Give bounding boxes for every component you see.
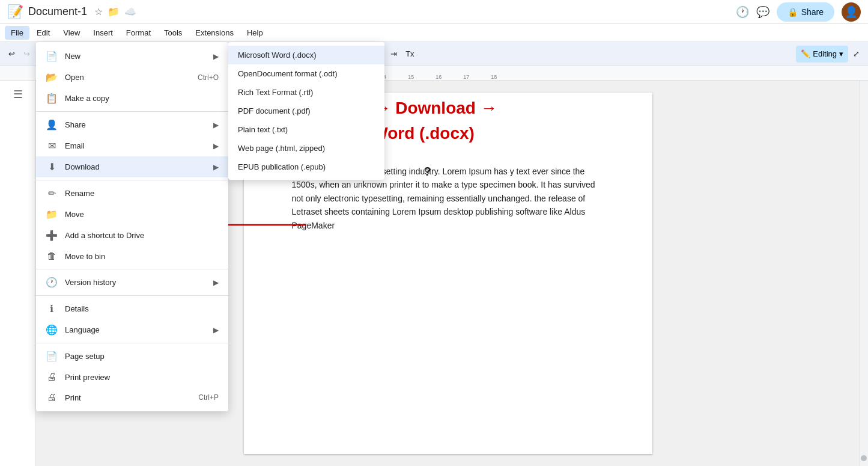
txt-label: Plain text (.txt) — [238, 125, 288, 134]
download-pdf[interactable]: PDF document (.pdf) — [228, 102, 384, 120]
html-label: Web page (.html, zipped) — [238, 144, 325, 153]
make-copy-label: Make a copy — [65, 94, 109, 103]
download-odt[interactable]: OpenDocument format (.odt) — [228, 64, 384, 83]
menu-move[interactable]: 📁 Move — [36, 204, 228, 225]
download-epub[interactable]: EPUB publication (.epub) — [228, 158, 384, 176]
menu-open[interactable]: 📂 Open Ctrl+O — [36, 67, 228, 88]
open-label: Open — [65, 73, 84, 82]
ruler-mark: 17 — [463, 74, 469, 80]
download-html[interactable]: Web page (.html, zipped) — [228, 139, 384, 158]
menu-print-preview[interactable]: 🖨 Print preview — [36, 367, 228, 387]
pencil-icon: ✏️ — [801, 49, 810, 58]
sep-4 — [36, 295, 228, 296]
rename-icon: ✏ — [46, 188, 58, 199]
chat-icon[interactable]: 💬 — [756, 5, 769, 19]
share-arrow: ▶ — [213, 121, 219, 129]
share-button[interactable]: 🔒 Share — [777, 2, 834, 22]
language-icon: 🌐 — [46, 324, 58, 336]
menu-format[interactable]: Format — [120, 26, 157, 40]
history-icon[interactable]: 🕐 — [736, 5, 749, 19]
menu-page-setup[interactable]: 📄 Page setup — [36, 346, 228, 367]
email-icon: ✉ — [46, 140, 58, 152]
email-label: Email — [65, 141, 85, 150]
sep-1 — [36, 111, 228, 112]
chevron-down-icon: ▾ — [839, 49, 843, 58]
avatar-image: 👤 — [845, 5, 858, 19]
avatar[interactable]: 👤 — [842, 2, 861, 22]
editing-mode-button[interactable]: ✏️ Editing ▾ — [796, 46, 848, 63]
move-icon: 📁 — [46, 209, 58, 220]
sep-3 — [36, 269, 228, 269]
cloud-icon[interactable]: ☁️ — [124, 6, 136, 17]
star-icon[interactable]: ☆ — [94, 6, 103, 17]
redo-button[interactable]: ↪ — [20, 47, 34, 61]
titlebar: 📝 Document-1 ☆ 📁 ☁️ 🕐 💬 🔒 Share 👤 — [0, 0, 868, 24]
open-icon: 📂 — [46, 72, 58, 83]
right-scrollbar[interactable] — [860, 81, 868, 466]
question-mark: ? — [424, 165, 431, 179]
new-icon: 📄 — [46, 51, 58, 62]
clear-format-button[interactable]: Tx — [402, 47, 417, 61]
sep-5 — [36, 343, 228, 343]
menu-language[interactable]: 🌐 Language ▶ — [36, 319, 228, 340]
folder-icon[interactable]: 📁 — [108, 6, 120, 17]
language-arrow: ▶ — [213, 326, 219, 334]
menu-share[interactable]: 👤 Share ▶ — [36, 114, 228, 135]
move-label: Move — [65, 210, 84, 219]
menu-new[interactable]: 📄 New ▶ — [36, 46, 228, 67]
details-icon: ℹ — [46, 303, 58, 314]
menu-trash[interactable]: 🗑 Move to bin — [36, 246, 228, 266]
menu-version[interactable]: 🕐 Version history ▶ — [36, 272, 228, 293]
download-docx[interactable]: Microsoft Word (.docx) — [228, 46, 384, 64]
menu-email[interactable]: ✉ Email ▶ — [36, 135, 228, 156]
version-icon: 🕐 — [46, 277, 58, 288]
share-label: Share — [65, 120, 86, 129]
download-rtf[interactable]: Rich Text Format (.rtf) — [228, 83, 384, 102]
menu-view[interactable]: View — [57, 26, 86, 40]
menu-print[interactable]: 🖨 Print Ctrl+P — [36, 387, 228, 408]
page-setup-icon: 📄 — [46, 351, 58, 362]
download-label: Download — [65, 162, 100, 171]
copy-icon: 📋 — [46, 93, 58, 104]
shortcut-label: Add a shortcut to Drive — [65, 231, 144, 240]
undo-button[interactable]: ↩ — [5, 47, 19, 61]
menu-make-copy[interactable]: 📋 Make a copy — [36, 88, 228, 109]
menu-help[interactable]: Help — [241, 26, 269, 40]
indent-increase-button[interactable]: ⇥ — [387, 47, 401, 61]
document-title[interactable]: Document-1 — [28, 5, 87, 18]
menu-edit[interactable]: Edit — [31, 26, 56, 40]
menu-rename[interactable]: ✏ Rename — [36, 183, 228, 204]
editing-label: Editing — [813, 49, 837, 58]
menu-extensions[interactable]: Extensions — [189, 26, 240, 40]
rename-label: Rename — [65, 189, 94, 198]
menu-insert[interactable]: Insert — [87, 26, 119, 40]
open-shortcut: Ctrl+O — [198, 73, 219, 82]
download-txt[interactable]: Plain text (.txt) — [228, 120, 384, 139]
ruler-mark: 16 — [436, 74, 442, 80]
shortcut-icon: ➕ — [46, 230, 58, 241]
scroll-down-indicator — [861, 455, 867, 461]
expand-button[interactable]: ⤢ — [849, 47, 863, 61]
outline-icon[interactable]: ☰ — [11, 85, 25, 103]
trash-label: Move to bin — [65, 252, 105, 261]
print-icon: 🖨 — [46, 392, 58, 403]
print-preview-label: Print preview — [65, 373, 110, 382]
sep-2 — [36, 180, 228, 180]
menu-file[interactable]: File — [5, 26, 29, 40]
menu-details[interactable]: ℹ Details — [36, 298, 228, 319]
menu-download[interactable]: ⬇ Download ▶ — [36, 156, 228, 177]
print-preview-icon: 🖨 — [46, 372, 58, 382]
download-submenu: Microsoft Word (.docx) OpenDocument form… — [228, 42, 384, 180]
menubar: File Edit View Insert Format Tools Exten… — [0, 24, 868, 42]
lock-icon: 🔒 — [788, 7, 798, 17]
share-icon: 👤 — [46, 119, 58, 130]
download-icon: ⬇ — [46, 161, 58, 173]
epub-label: EPUB publication (.epub) — [238, 162, 326, 171]
language-label: Language — [65, 325, 100, 334]
menu-tools[interactable]: Tools — [158, 26, 188, 40]
rtf-label: Rich Text Format (.rtf) — [238, 88, 313, 97]
details-label: Details — [65, 304, 89, 313]
right-controls: 🕐 💬 🔒 Share 👤 — [736, 2, 861, 22]
odt-label: OpenDocument format (.odt) — [238, 69, 337, 78]
menu-shortcut[interactable]: ➕ Add a shortcut to Drive — [36, 225, 228, 246]
